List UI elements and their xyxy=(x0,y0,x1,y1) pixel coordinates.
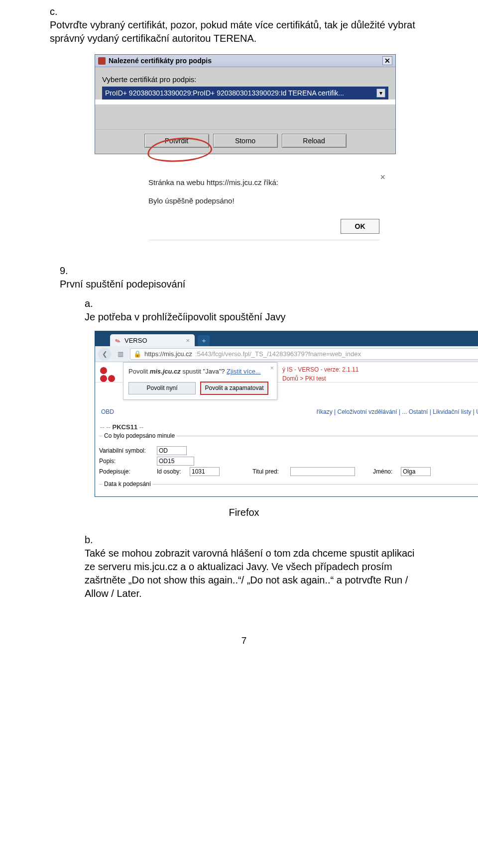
breadcrumb: Domů > PKI test xyxy=(282,375,478,382)
input-variabilni-symbol[interactable] xyxy=(157,446,187,455)
dialog-title: Nalezené certifikáty pro podpis xyxy=(109,57,212,65)
reload-button[interactable]: Reload xyxy=(282,134,347,148)
certificate-select[interactable]: ProID+ 9203803013390029:ProID+ 920380301… xyxy=(102,87,388,99)
history-button[interactable]: ▥ xyxy=(114,348,127,361)
url-host: https://mis.jcu.cz xyxy=(144,350,192,358)
list-text: První spuštění podepisování xyxy=(60,278,422,291)
list-marker: b. xyxy=(85,533,99,547)
verso-version: ý IS - VERSO - verze: 2.1.11 xyxy=(282,366,478,373)
list-item-a: a. Je potřeba v prohlížečíipovolit spouš… xyxy=(85,297,438,324)
alert-dialog: × Stránka na webu https://mis.jcu.cz řík… xyxy=(139,169,388,244)
new-tab-button[interactable]: ＋ xyxy=(198,335,210,346)
alert-title: Stránka na webu https://mis.jcu.cz říká: xyxy=(148,178,379,187)
certificate-dialog: Nalezené certifikáty pro podpis ✕ Vybert… xyxy=(95,54,396,154)
nav-item[interactable]: OBD xyxy=(101,408,114,415)
allow-now-button[interactable]: Povolit nyní xyxy=(128,382,196,394)
tab-bar: VERSO × ＋ xyxy=(95,331,478,346)
lock-icon: 🔒 xyxy=(133,350,141,358)
list-marker: 9. xyxy=(60,264,74,278)
input-id-osoby[interactable] xyxy=(190,467,220,476)
url-bar[interactable]: 🔒 https://mis.jcu.cz:5443/fcgi/verso.fpl… xyxy=(130,348,478,360)
close-icon[interactable]: × xyxy=(380,172,385,183)
dialog-label: Vyberte certifikát pro podpis: xyxy=(102,75,388,84)
learn-more-link[interactable]: Zjistit více... xyxy=(227,368,261,375)
list-item-b: b. Také se mohou zobrazit varovná hlášen… xyxy=(85,533,438,600)
list-marker: c. xyxy=(50,5,64,18)
list-marker: a. xyxy=(85,297,99,310)
cancel-button[interactable]: Storno xyxy=(213,134,278,148)
close-tab-icon[interactable]: × xyxy=(186,337,190,344)
pkcs-heading: -- -- PKCS11 -- xyxy=(100,423,478,431)
list-text: Potvrďte vybraný certifikát, pozor, poku… xyxy=(50,18,422,45)
back-button[interactable]: ❮ xyxy=(98,348,111,361)
chevron-down-icon[interactable]: ▾ xyxy=(376,89,385,97)
list-text: Je potřeba v prohlížečíipovolit spouštěn… xyxy=(85,310,422,324)
input-jmeno[interactable] xyxy=(401,467,431,476)
fieldset-data-to-sign: Data k podepsání xyxy=(99,484,478,491)
ok-button[interactable]: OK xyxy=(341,219,379,234)
firefox-window: VERSO × ＋ ❮ ▥ 🔒 https://mis.jcu.cz:5443/… xyxy=(95,331,478,497)
nav-bar: ❮ ▥ 🔒 https://mis.jcu.cz:5443/fcgi/verso… xyxy=(95,346,478,362)
site-icon xyxy=(115,337,121,344)
confirm-button[interactable]: Potvrdit xyxy=(144,134,209,148)
allow-remember-button[interactable]: Povolit a zapamatovat xyxy=(201,382,268,394)
popup-message: Povolit mis.jcu.cz spustit "Java"? Zjist… xyxy=(128,368,272,375)
dialog-titlebar: Nalezené certifikáty pro podpis ✕ xyxy=(95,55,395,67)
label-podepisuje: Podepisuje: xyxy=(99,468,154,475)
page-number: 7 xyxy=(50,635,438,646)
close-icon[interactable]: × xyxy=(270,364,274,372)
fieldset-legend: Data k podepsání xyxy=(102,481,153,487)
list-item-9: 9. První spuštění podepisování xyxy=(60,264,438,291)
select-value: ProID+ 9203803013390029:ProID+ 920380301… xyxy=(105,89,344,97)
figure-caption: Firefox xyxy=(50,507,438,518)
label-variabilni-symbol: Variabilní symbol: xyxy=(99,447,154,454)
dialog-button-row: Potvrdit Storno Reload xyxy=(95,129,395,154)
input-popis[interactable] xyxy=(157,457,194,466)
input-titul-pred[interactable] xyxy=(290,467,355,476)
label-popis: Popis: xyxy=(99,458,154,465)
nav-items-right[interactable]: říkazy | Celoživotní vzdělávání | ... Os… xyxy=(317,408,478,415)
label-jmeno: Jméno: xyxy=(373,468,398,475)
list-text: Také se mohou zobrazit varovná hlášení o… xyxy=(85,547,422,600)
url-path: :5443/fcgi/verso.fpl/_TS_/1428396379?fna… xyxy=(195,350,361,358)
fieldset-previous: Co bylo podepsáno minule xyxy=(99,436,478,443)
java-permission-popup: × Povolit mis.jcu.cz spustit "Java"? Zji… xyxy=(123,362,277,400)
fieldset-legend: Co bylo podepsáno minule xyxy=(102,432,177,439)
tab-title: VERSO xyxy=(124,337,147,344)
list-item-c: c. Potvrďte vybraný certifikát, pozor, p… xyxy=(50,5,438,45)
label-id-osoby: Id osoby: xyxy=(157,468,187,475)
close-icon[interactable]: ✕ xyxy=(382,56,392,65)
label-titul-pred: Titul pred: xyxy=(252,468,287,475)
java-icon xyxy=(98,57,106,65)
browser-tab[interactable]: VERSO × xyxy=(110,334,195,346)
verso-logo xyxy=(97,364,118,382)
alert-message: Bylo úspěšně podepsáno! xyxy=(148,196,379,205)
